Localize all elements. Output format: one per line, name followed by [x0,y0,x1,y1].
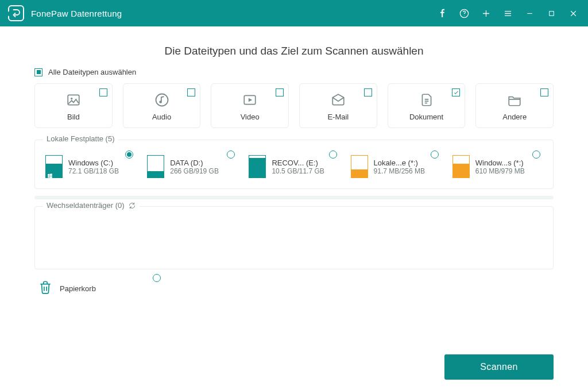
drive-name: RECOV... (E:) [272,159,324,167]
filetype-checkbox-video[interactable] [276,88,284,96]
filetype-checkbox-other[interactable] [540,88,548,96]
drive-icon [452,155,470,178]
filetype-checkbox-image[interactable] [99,88,107,96]
filetype-label: Audio [152,113,171,121]
filetype-label: Bild [67,113,80,121]
drive-radio[interactable] [431,150,439,159]
help-icon[interactable] [455,4,473,22]
drive-icon [351,155,368,178]
filetype-label: Dokument [409,113,443,121]
windows-logo-icon [47,171,53,176]
drive-item[interactable]: Lokale...e (*:)91.7 MB/256 MB [350,153,442,180]
footer: Scannen [0,354,588,390]
refresh-icon[interactable] [128,202,136,210]
maximize-button[interactable] [542,4,560,22]
removable-title: Wechseldatenträger (0) [43,201,140,210]
video-icon [241,91,259,109]
drive-item[interactable]: DATA (D:)266 GB/919 GB [146,153,238,180]
filetype-card-image[interactable]: Bild [34,83,113,128]
filetype-card-audio[interactable]: Audio [123,83,201,128]
drive-item[interactable]: RECOV... (E:)10.5 GB/11.7 GB [247,153,340,180]
recycle-bin-option[interactable]: Papierkorb [34,276,138,299]
add-icon[interactable] [477,4,495,22]
menu-icon[interactable] [498,4,517,22]
drive-name: Windows (C:) [68,159,119,167]
drive-name: Window...s (*:) [475,159,525,167]
select-all-checkbox[interactable] [34,68,42,76]
drive-scrollbar[interactable] [34,196,554,199]
drive-icon [249,155,266,178]
drive-name: DATA (D:) [170,159,219,167]
facebook-icon[interactable] [433,4,451,22]
drive-size: 72.1 GB/118 GB [68,167,119,175]
filetype-checkbox-audio[interactable] [187,88,195,96]
svg-point-4 [71,98,72,99]
svg-point-5 [156,94,168,106]
email-icon [330,91,347,109]
drive-icon [147,155,164,178]
filetype-grid: BildAudioVideoE-MailDokumentAndere [34,83,554,128]
close-button[interactable] [564,4,582,22]
document-icon [419,91,434,109]
drive-size: 10.5 GB/11.7 GB [272,167,324,175]
local-disks-section: Lokale Festplatte (5) Windows (C:)72.1 G… [34,140,554,189]
drive-size: 266 GB/919 GB [170,167,219,175]
main-content: Die Dateitypen und das Ziel zum Scannen … [0,26,588,354]
title-bar: FonePaw Datenrettung [0,0,588,26]
drive-list: Windows (C:)72.1 GB/118 GBDATA (D:)266 G… [44,153,544,180]
app-logo-icon [8,5,24,21]
filetype-label: E-Mail [327,113,349,121]
app-window: FonePaw Datenrettung Die Dateitypen und … [0,0,588,390]
filetype-checkbox-document[interactable] [452,88,460,96]
scan-button[interactable]: Scannen [444,354,554,380]
recycle-bin-label: Papierkorb [60,284,96,293]
drive-icon [45,155,63,178]
filetype-label: Andere [502,113,527,121]
other-icon [506,91,523,109]
drive-name: Lokale...e (*:) [374,159,425,167]
filetype-card-other[interactable]: Andere [475,83,554,128]
trash-icon [38,280,53,297]
select-all-row[interactable]: Alle Dateitypen auswählen [34,68,554,76]
drive-radio[interactable] [329,150,337,159]
drive-radio[interactable] [227,150,235,159]
svg-rect-2 [549,11,554,16]
page-heading: Die Dateitypen und das Ziel zum Scannen … [34,45,554,57]
filetype-card-document[interactable]: Dokument [388,83,466,128]
svg-point-6 [159,101,162,103]
image-icon [65,91,82,109]
drive-size: 91.7 MB/256 MB [374,167,425,175]
filetype-label: Video [241,113,260,121]
local-disks-title: Lokale Festplatte (5) [43,134,118,143]
filetype-card-email[interactable]: E-Mail [299,83,377,128]
filetype-checkbox-email[interactable] [364,88,372,96]
drive-size: 610 MB/979 MB [475,167,525,175]
svg-rect-3 [68,95,79,105]
audio-icon [154,91,170,109]
recycle-bin-radio[interactable] [153,274,161,282]
drive-radio[interactable] [125,150,133,159]
select-all-label: Alle Dateitypen auswählen [48,68,136,76]
removable-section: Wechseldatenträger (0) [34,206,554,269]
drive-item[interactable]: Windows (C:)72.1 GB/118 GB [44,153,137,180]
title-bar-actions [433,4,582,22]
app-title: FonePaw Datenrettung [31,9,122,18]
filetype-card-video[interactable]: Video [211,83,289,128]
drive-item[interactable]: Window...s (*:)610 MB/979 MB [451,153,544,180]
drive-radio[interactable] [532,150,540,159]
minimize-button[interactable] [520,4,539,22]
svg-point-1 [464,15,465,16]
